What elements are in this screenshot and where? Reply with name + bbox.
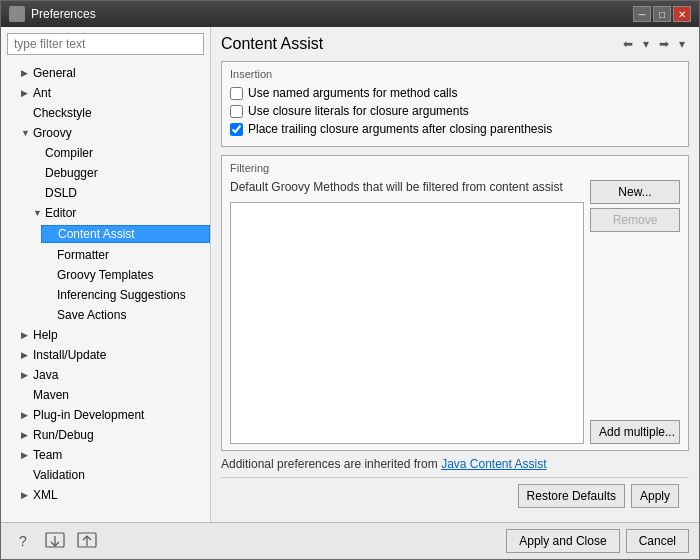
sidebar-item-label: Content Assist — [58, 227, 135, 241]
cancel-button[interactable]: Cancel — [626, 529, 689, 553]
filtering-left: Default Groovy Methods that will be filt… — [230, 180, 584, 444]
help-icon[interactable]: ? — [11, 530, 35, 552]
sidebar-item-validation[interactable]: Validation — [1, 465, 210, 485]
sidebar-item-content-assist[interactable]: Content Assist — [1, 223, 210, 245]
checkbox-row-3: Place trailing closure arguments after c… — [230, 122, 680, 136]
sidebar-item-label: General — [33, 66, 76, 80]
sidebar-item-label: Debugger — [45, 166, 98, 180]
import-preferences-icon[interactable] — [75, 530, 99, 552]
sidebar-item-label: Groovy — [33, 126, 72, 140]
titlebar-left: Preferences — [9, 6, 96, 22]
additional-info: Additional preferences are inherited fro… — [221, 457, 689, 471]
minimize-button[interactable]: ─ — [633, 6, 651, 22]
sidebar-item-label: Help — [33, 328, 58, 342]
sidebar-item-label: Save Actions — [57, 308, 126, 322]
preferences-window: Preferences ─ □ ✕ ▶ General — [0, 0, 700, 560]
sidebar-item-run-debug[interactable]: ▶ Run/Debug — [1, 425, 210, 445]
arrow-icon: ▼ — [21, 128, 33, 138]
sidebar-item-groovy[interactable]: ▼ Groovy — [1, 123, 210, 143]
sidebar-item-groovy-templates[interactable]: Groovy Templates — [1, 265, 210, 285]
sidebar-item-xml[interactable]: ▶ XML — [1, 485, 210, 505]
java-content-assist-link[interactable]: Java Content Assist — [441, 457, 546, 471]
filtering-desc: Default Groovy Methods that will be filt… — [230, 180, 584, 194]
sidebar-item-label: Team — [33, 448, 62, 462]
sidebar-item-label: Install/Update — [33, 348, 106, 362]
page-title: Content Assist — [221, 35, 323, 53]
forward-button[interactable]: ➡ — [655, 35, 673, 53]
sidebar-item-install-update[interactable]: ▶ Install/Update — [1, 345, 210, 365]
bottom-bar-right: Restore Defaults Apply — [518, 484, 679, 508]
sidebar-item-inferencing[interactable]: Inferencing Suggestions — [1, 285, 210, 305]
back-button[interactable]: ⬅ — [619, 35, 637, 53]
sidebar-item-label: Plug-in Development — [33, 408, 144, 422]
sidebar-item-plugin-dev[interactable]: ▶ Plug-in Development — [1, 405, 210, 425]
main-content: ▶ General ▶ Ant Checkstyle — [1, 27, 699, 522]
sidebar-item-label: Inferencing Suggestions — [57, 288, 186, 302]
arrow-icon: ▼ — [33, 208, 45, 218]
sidebar-item-debugger[interactable]: Debugger — [1, 163, 210, 183]
sidebar-item-ant[interactable]: ▶ Ant — [1, 83, 210, 103]
sidebar-item-label: Formatter — [57, 248, 109, 262]
arrow-icon: ▶ — [21, 410, 33, 420]
forward-dropdown[interactable]: ▾ — [675, 35, 689, 53]
insertion-label: Insertion — [230, 68, 680, 80]
apply-button[interactable]: Apply — [631, 484, 679, 508]
arrow-icon: ▶ — [21, 330, 33, 340]
sidebar-item-compiler[interactable]: Compiler — [1, 143, 210, 163]
add-multiple-button[interactable]: Add multiple... — [590, 420, 680, 444]
sidebar-item-dsld[interactable]: DSLD — [1, 183, 210, 203]
titlebar-controls: ─ □ ✕ — [633, 6, 691, 22]
bottom-bar: Restore Defaults Apply — [221, 477, 689, 514]
tree: ▶ General ▶ Ant Checkstyle — [1, 61, 210, 522]
closure-literals-checkbox[interactable] — [230, 105, 243, 118]
right-header: Content Assist ⬅ ▾ ➡ ▾ — [221, 35, 689, 53]
sidebar-item-editor[interactable]: ▼ Editor — [1, 203, 210, 223]
sidebar-item-checkstyle[interactable]: Checkstyle — [1, 103, 210, 123]
close-button[interactable]: ✕ — [673, 6, 691, 22]
sidebar-item-label: Java — [33, 368, 58, 382]
named-args-checkbox[interactable] — [230, 87, 243, 100]
left-panel: ▶ General ▶ Ant Checkstyle — [1, 27, 211, 522]
window-title: Preferences — [31, 7, 96, 21]
sidebar-item-label: Run/Debug — [33, 428, 94, 442]
sidebar-item-help[interactable]: ▶ Help — [1, 325, 210, 345]
arrow-icon: ▶ — [21, 450, 33, 460]
arrow-icon: ▶ — [21, 490, 33, 500]
maximize-button[interactable]: □ — [653, 6, 671, 22]
sidebar-item-general[interactable]: ▶ General — [1, 63, 210, 83]
insertion-section: Insertion Use named arguments for method… — [221, 61, 689, 147]
arrow-icon: ▶ — [21, 88, 33, 98]
new-button[interactable]: New... — [590, 180, 680, 204]
filter-input[interactable] — [7, 33, 204, 55]
checkbox-row-2: Use closure literals for closure argumen… — [230, 104, 680, 118]
trailing-closure-checkbox[interactable] — [230, 123, 243, 136]
sidebar-item-label: Compiler — [45, 146, 93, 160]
sidebar-item-label: Groovy Templates — [57, 268, 154, 282]
sidebar-item-label: Editor — [45, 206, 76, 220]
sidebar-item-label: XML — [33, 488, 58, 502]
sidebar-item-maven[interactable]: Maven — [1, 385, 210, 405]
restore-defaults-button[interactable]: Restore Defaults — [518, 484, 625, 508]
footer-icons: ? — [11, 530, 99, 552]
sidebar-item-save-actions[interactable]: Save Actions — [1, 305, 210, 325]
export-preferences-icon[interactable] — [43, 530, 67, 552]
right-panel: Content Assist ⬅ ▾ ➡ ▾ Insertion Use nam… — [211, 27, 699, 522]
back-dropdown[interactable]: ▾ — [639, 35, 653, 53]
sidebar-item-label: Checkstyle — [33, 106, 92, 120]
apply-close-button[interactable]: Apply and Close — [506, 529, 619, 553]
sidebar-item-team[interactable]: ▶ Team — [1, 445, 210, 465]
methods-list[interactable] — [230, 202, 584, 444]
sidebar-item-java[interactable]: ▶ Java — [1, 365, 210, 385]
sidebar-item-label: Maven — [33, 388, 69, 402]
footer: ? Apply and Close Cancel — [1, 522, 699, 559]
footer-buttons: Apply and Close Cancel — [506, 529, 689, 553]
sidebar-item-formatter[interactable]: Formatter — [1, 245, 210, 265]
sidebar-item-label: Ant — [33, 86, 51, 100]
remove-button[interactable]: Remove — [590, 208, 680, 232]
trailing-closure-label: Place trailing closure arguments after c… — [248, 122, 552, 136]
named-args-label: Use named arguments for method calls — [248, 86, 457, 100]
arrow-icon: ▶ — [21, 430, 33, 440]
sidebar-item-label: DSLD — [45, 186, 77, 200]
preferences-icon — [9, 6, 25, 22]
filtering-label: Filtering — [230, 162, 680, 174]
